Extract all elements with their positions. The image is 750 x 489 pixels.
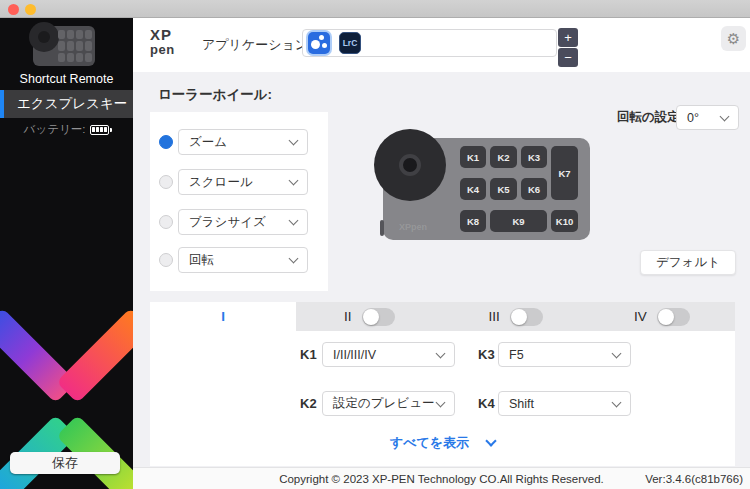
minimize-window-button[interactable] — [25, 4, 36, 15]
add-application-button[interactable]: + — [558, 28, 578, 47]
device-name: Shortcut Remote — [0, 72, 133, 86]
device-key-k10: K10 — [551, 210, 578, 232]
device-illustration: XPpen K1 K2 K3 K4 K5 K6 K7 K8 K9 K10 — [383, 138, 590, 240]
app-add-remove-buttons: + − — [558, 28, 578, 67]
tab-4[interactable]: IV — [589, 302, 735, 331]
footer-bar: Copyright © 2023 XP-PEN Technology CO.Al… — [133, 467, 750, 489]
chevron-down-icon — [612, 348, 622, 358]
k1-binding-select[interactable]: I/II/III/IV — [322, 342, 455, 367]
remove-application-button[interactable]: − — [558, 48, 578, 67]
brush-size-select[interactable]: ブラシサイズ — [178, 209, 308, 235]
chevron-down-icon — [289, 216, 299, 226]
device-key-k4: K4 — [460, 178, 486, 200]
k4-binding-select[interactable]: Shift — [498, 391, 631, 416]
k4-label: K4 — [478, 396, 495, 411]
chevron-down-icon — [289, 176, 299, 186]
application-label: アプリケーション: — [202, 36, 312, 54]
tab-3-toggle[interactable] — [510, 308, 543, 326]
rotation-setting-label: 回転の設定 — [617, 109, 680, 126]
wheel-option-row: 回転 — [150, 247, 328, 273]
k3-label: K3 — [478, 347, 495, 362]
tab-3[interactable]: III — [443, 302, 589, 331]
settings-button[interactable]: ⚙ — [721, 26, 746, 51]
k2-label: K2 — [300, 396, 317, 411]
xppen-settings-window: Shortcut Remote エクスプレスキー バッテリー: 保存 XP pe… — [0, 0, 750, 489]
device-side-button — [380, 220, 384, 236]
roller-wheel-illustration — [374, 129, 446, 201]
lightroom-classic-icon[interactable]: LrC — [339, 32, 361, 54]
device-keys-icon — [58, 30, 92, 62]
header-bar: XP pen アプリケーション: LrC + − ⚙ — [133, 18, 750, 72]
device-thumbnail-image — [33, 26, 95, 66]
device-key-k1: K1 — [460, 146, 486, 168]
tab-2[interactable]: II — [296, 302, 442, 331]
profile-tabbar: I II III IV — [150, 302, 735, 331]
zoom-select[interactable]: ズーム — [178, 129, 308, 155]
show-all-link[interactable]: すべてを表示 — [150, 434, 735, 452]
device-key-k7: K7 — [551, 146, 578, 200]
window-titlebar — [0, 0, 750, 18]
all-applications-icon[interactable] — [308, 32, 330, 54]
device-key-k3: K3 — [521, 146, 547, 168]
sidebar-item-label: エクスプレスキー — [17, 95, 127, 113]
rotation-setting-select[interactable]: 0° — [676, 105, 739, 130]
radio-brush-size[interactable] — [159, 215, 173, 229]
k2-binding-select[interactable]: 設定のプレビュー — [322, 391, 455, 416]
roller-wheel-panel: ズーム スクロール ブラシサイズ 回転 — [150, 112, 328, 291]
battery-row: バッテリー: — [0, 122, 133, 137]
chevron-down-icon — [485, 435, 496, 446]
device-watermark: XPpen — [399, 222, 427, 232]
wheel-option-row: ズーム — [150, 129, 328, 155]
copyright-text: Copyright © 2023 XP-PEN Technology CO.Al… — [279, 473, 604, 485]
rotation-select[interactable]: 回転 — [178, 247, 308, 273]
device-wheel-icon — [29, 22, 59, 52]
battery-label: バッテリー: — [24, 122, 86, 137]
radio-zoom[interactable] — [159, 135, 173, 149]
wheel-option-row: スクロール — [150, 169, 328, 195]
chevron-down-icon — [289, 254, 299, 264]
k3-binding-select[interactable]: F5 — [498, 342, 631, 367]
key-bindings-panel: K1 I/II/III/IV K3 F5 K2 設定のプレビュー K4 Shif… — [150, 331, 735, 466]
save-button-label: 保存 — [52, 454, 78, 472]
roller-wheel-label: ローラーホイール: — [158, 86, 272, 104]
save-button[interactable]: 保存 — [10, 452, 120, 474]
device-key-k2: K2 — [490, 146, 517, 168]
radio-rotation[interactable] — [159, 253, 173, 267]
sidebar-item-express-keys[interactable]: エクスプレスキー — [0, 90, 133, 118]
scroll-select[interactable]: スクロール — [178, 169, 308, 195]
wheel-option-row: ブラシサイズ — [150, 209, 328, 235]
tab-4-toggle[interactable] — [657, 308, 690, 326]
tab-1[interactable]: I — [150, 302, 296, 331]
sidebar: Shortcut Remote エクスプレスキー バッテリー: 保存 — [0, 18, 133, 489]
chevron-down-icon — [436, 397, 446, 407]
chevron-down-icon — [612, 397, 622, 407]
device-key-k8: K8 — [460, 210, 486, 232]
xppen-logo: XP pen — [150, 27, 175, 56]
close-window-button[interactable] — [8, 4, 19, 15]
chevron-down-icon — [289, 136, 299, 146]
gear-icon: ⚙ — [727, 30, 740, 48]
radio-scroll[interactable] — [159, 175, 173, 189]
default-button[interactable]: デフォルト — [640, 250, 736, 275]
chevron-down-icon — [436, 348, 446, 358]
device-key-k6: K6 — [521, 178, 547, 200]
lrc-badge: LrC — [343, 38, 358, 48]
battery-icon — [90, 125, 109, 135]
device-key-k9: K9 — [490, 210, 547, 232]
version-text: Ver:3.4.6(c81b766) — [645, 473, 743, 485]
device-key-k5: K5 — [490, 178, 517, 200]
k1-label: K1 — [300, 347, 317, 362]
tab-2-toggle[interactable] — [362, 308, 395, 326]
chevron-down-icon — [720, 111, 730, 121]
application-list: LrC — [302, 29, 557, 57]
